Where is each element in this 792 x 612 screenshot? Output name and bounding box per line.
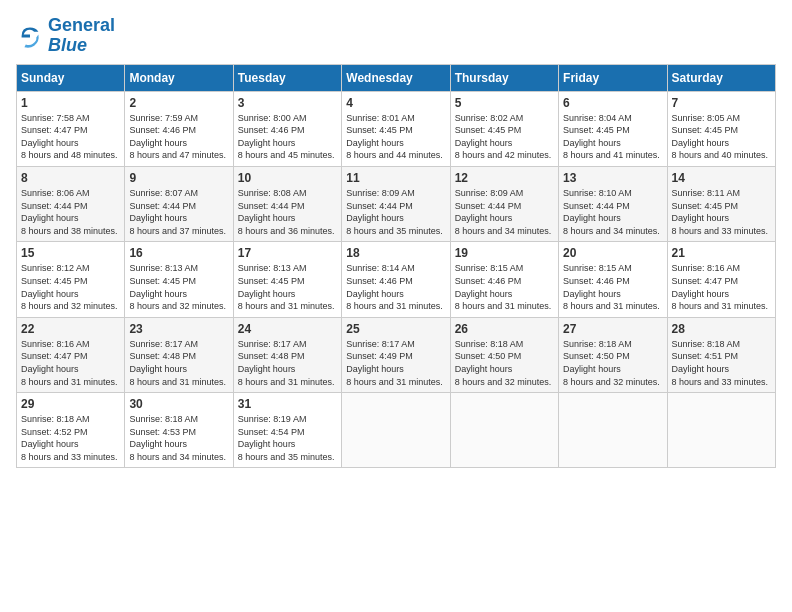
day-info: Sunrise: 8:18 AM Sunset: 4:50 PM Dayligh… <box>563 338 662 388</box>
calendar-week-1: 1 Sunrise: 7:58 AM Sunset: 4:47 PM Dayli… <box>17 91 776 166</box>
calendar-cell: 1 Sunrise: 7:58 AM Sunset: 4:47 PM Dayli… <box>17 91 125 166</box>
day-info: Sunrise: 8:04 AM Sunset: 4:45 PM Dayligh… <box>563 112 662 162</box>
calendar-table: SundayMondayTuesdayWednesdayThursdayFrid… <box>16 64 776 469</box>
day-info: Sunrise: 8:13 AM Sunset: 4:45 PM Dayligh… <box>238 262 337 312</box>
weekday-header-friday: Friday <box>559 64 667 91</box>
day-number: 9 <box>129 171 228 185</box>
calendar-cell: 6 Sunrise: 8:04 AM Sunset: 4:45 PM Dayli… <box>559 91 667 166</box>
day-number: 10 <box>238 171 337 185</box>
day-info: Sunrise: 8:10 AM Sunset: 4:44 PM Dayligh… <box>563 187 662 237</box>
calendar-cell <box>559 393 667 468</box>
day-info: Sunrise: 8:18 AM Sunset: 4:53 PM Dayligh… <box>129 413 228 463</box>
day-number: 25 <box>346 322 445 336</box>
day-info: Sunrise: 8:13 AM Sunset: 4:45 PM Dayligh… <box>129 262 228 312</box>
calendar-week-2: 8 Sunrise: 8:06 AM Sunset: 4:44 PM Dayli… <box>17 166 776 241</box>
calendar-week-3: 15 Sunrise: 8:12 AM Sunset: 4:45 PM Dayl… <box>17 242 776 317</box>
day-number: 13 <box>563 171 662 185</box>
day-number: 24 <box>238 322 337 336</box>
calendar-cell: 30 Sunrise: 8:18 AM Sunset: 4:53 PM Dayl… <box>125 393 233 468</box>
day-info: Sunrise: 8:14 AM Sunset: 4:46 PM Dayligh… <box>346 262 445 312</box>
day-number: 22 <box>21 322 120 336</box>
weekday-header-tuesday: Tuesday <box>233 64 341 91</box>
day-info: Sunrise: 8:12 AM Sunset: 4:45 PM Dayligh… <box>21 262 120 312</box>
calendar-week-5: 29 Sunrise: 8:18 AM Sunset: 4:52 PM Dayl… <box>17 393 776 468</box>
weekday-header-thursday: Thursday <box>450 64 558 91</box>
day-number: 20 <box>563 246 662 260</box>
calendar-cell: 10 Sunrise: 8:08 AM Sunset: 4:44 PM Dayl… <box>233 166 341 241</box>
weekday-header-saturday: Saturday <box>667 64 775 91</box>
day-info: Sunrise: 8:16 AM Sunset: 4:47 PM Dayligh… <box>21 338 120 388</box>
day-number: 18 <box>346 246 445 260</box>
day-info: Sunrise: 8:11 AM Sunset: 4:45 PM Dayligh… <box>672 187 771 237</box>
day-info: Sunrise: 8:18 AM Sunset: 4:52 PM Dayligh… <box>21 413 120 463</box>
calendar-cell: 31 Sunrise: 8:19 AM Sunset: 4:54 PM Dayl… <box>233 393 341 468</box>
calendar-cell <box>667 393 775 468</box>
day-info: Sunrise: 8:07 AM Sunset: 4:44 PM Dayligh… <box>129 187 228 237</box>
logo-icon <box>16 22 44 50</box>
day-info: Sunrise: 7:59 AM Sunset: 4:46 PM Dayligh… <box>129 112 228 162</box>
day-info: Sunrise: 8:01 AM Sunset: 4:45 PM Dayligh… <box>346 112 445 162</box>
page-header: General Blue <box>16 16 776 56</box>
day-info: Sunrise: 8:19 AM Sunset: 4:54 PM Dayligh… <box>238 413 337 463</box>
calendar-cell: 19 Sunrise: 8:15 AM Sunset: 4:46 PM Dayl… <box>450 242 558 317</box>
day-number: 21 <box>672 246 771 260</box>
calendar-cell: 26 Sunrise: 8:18 AM Sunset: 4:50 PM Dayl… <box>450 317 558 392</box>
day-number: 2 <box>129 96 228 110</box>
calendar-cell: 22 Sunrise: 8:16 AM Sunset: 4:47 PM Dayl… <box>17 317 125 392</box>
day-number: 31 <box>238 397 337 411</box>
day-info: Sunrise: 8:18 AM Sunset: 4:51 PM Dayligh… <box>672 338 771 388</box>
day-info: Sunrise: 8:09 AM Sunset: 4:44 PM Dayligh… <box>455 187 554 237</box>
calendar-cell: 23 Sunrise: 8:17 AM Sunset: 4:48 PM Dayl… <box>125 317 233 392</box>
day-number: 1 <box>21 96 120 110</box>
day-info: Sunrise: 8:15 AM Sunset: 4:46 PM Dayligh… <box>563 262 662 312</box>
day-number: 23 <box>129 322 228 336</box>
calendar-cell: 27 Sunrise: 8:18 AM Sunset: 4:50 PM Dayl… <box>559 317 667 392</box>
calendar-cell: 28 Sunrise: 8:18 AM Sunset: 4:51 PM Dayl… <box>667 317 775 392</box>
day-number: 14 <box>672 171 771 185</box>
calendar-cell: 15 Sunrise: 8:12 AM Sunset: 4:45 PM Dayl… <box>17 242 125 317</box>
day-number: 12 <box>455 171 554 185</box>
calendar-cell <box>342 393 450 468</box>
day-number: 5 <box>455 96 554 110</box>
day-info: Sunrise: 8:02 AM Sunset: 4:45 PM Dayligh… <box>455 112 554 162</box>
calendar-cell: 5 Sunrise: 8:02 AM Sunset: 4:45 PM Dayli… <box>450 91 558 166</box>
weekday-header-sunday: Sunday <box>17 64 125 91</box>
day-info: Sunrise: 8:17 AM Sunset: 4:48 PM Dayligh… <box>238 338 337 388</box>
calendar-cell <box>450 393 558 468</box>
day-info: Sunrise: 8:08 AM Sunset: 4:44 PM Dayligh… <box>238 187 337 237</box>
day-info: Sunrise: 8:18 AM Sunset: 4:50 PM Dayligh… <box>455 338 554 388</box>
calendar-cell: 16 Sunrise: 8:13 AM Sunset: 4:45 PM Dayl… <box>125 242 233 317</box>
calendar-cell: 11 Sunrise: 8:09 AM Sunset: 4:44 PM Dayl… <box>342 166 450 241</box>
day-info: Sunrise: 8:00 AM Sunset: 4:46 PM Dayligh… <box>238 112 337 162</box>
day-info: Sunrise: 8:17 AM Sunset: 4:48 PM Dayligh… <box>129 338 228 388</box>
day-info: Sunrise: 8:17 AM Sunset: 4:49 PM Dayligh… <box>346 338 445 388</box>
logo: General Blue <box>16 16 115 56</box>
calendar-cell: 4 Sunrise: 8:01 AM Sunset: 4:45 PM Dayli… <box>342 91 450 166</box>
weekday-header-wednesday: Wednesday <box>342 64 450 91</box>
logo-text: General Blue <box>48 16 115 56</box>
day-number: 27 <box>563 322 662 336</box>
day-number: 3 <box>238 96 337 110</box>
calendar-cell: 2 Sunrise: 7:59 AM Sunset: 4:46 PM Dayli… <box>125 91 233 166</box>
weekday-header-monday: Monday <box>125 64 233 91</box>
day-number: 17 <box>238 246 337 260</box>
day-number: 6 <box>563 96 662 110</box>
calendar-cell: 21 Sunrise: 8:16 AM Sunset: 4:47 PM Dayl… <box>667 242 775 317</box>
day-info: Sunrise: 7:58 AM Sunset: 4:47 PM Dayligh… <box>21 112 120 162</box>
day-number: 29 <box>21 397 120 411</box>
day-info: Sunrise: 8:05 AM Sunset: 4:45 PM Dayligh… <box>672 112 771 162</box>
calendar-cell: 18 Sunrise: 8:14 AM Sunset: 4:46 PM Dayl… <box>342 242 450 317</box>
calendar-cell: 17 Sunrise: 8:13 AM Sunset: 4:45 PM Dayl… <box>233 242 341 317</box>
calendar-cell: 3 Sunrise: 8:00 AM Sunset: 4:46 PM Dayli… <box>233 91 341 166</box>
day-number: 16 <box>129 246 228 260</box>
day-number: 30 <box>129 397 228 411</box>
calendar-cell: 29 Sunrise: 8:18 AM Sunset: 4:52 PM Dayl… <box>17 393 125 468</box>
calendar-cell: 14 Sunrise: 8:11 AM Sunset: 4:45 PM Dayl… <box>667 166 775 241</box>
day-number: 28 <box>672 322 771 336</box>
calendar-cell: 9 Sunrise: 8:07 AM Sunset: 4:44 PM Dayli… <box>125 166 233 241</box>
calendar-cell: 25 Sunrise: 8:17 AM Sunset: 4:49 PM Dayl… <box>342 317 450 392</box>
calendar-cell: 20 Sunrise: 8:15 AM Sunset: 4:46 PM Dayl… <box>559 242 667 317</box>
day-number: 11 <box>346 171 445 185</box>
day-number: 19 <box>455 246 554 260</box>
calendar-cell: 8 Sunrise: 8:06 AM Sunset: 4:44 PM Dayli… <box>17 166 125 241</box>
